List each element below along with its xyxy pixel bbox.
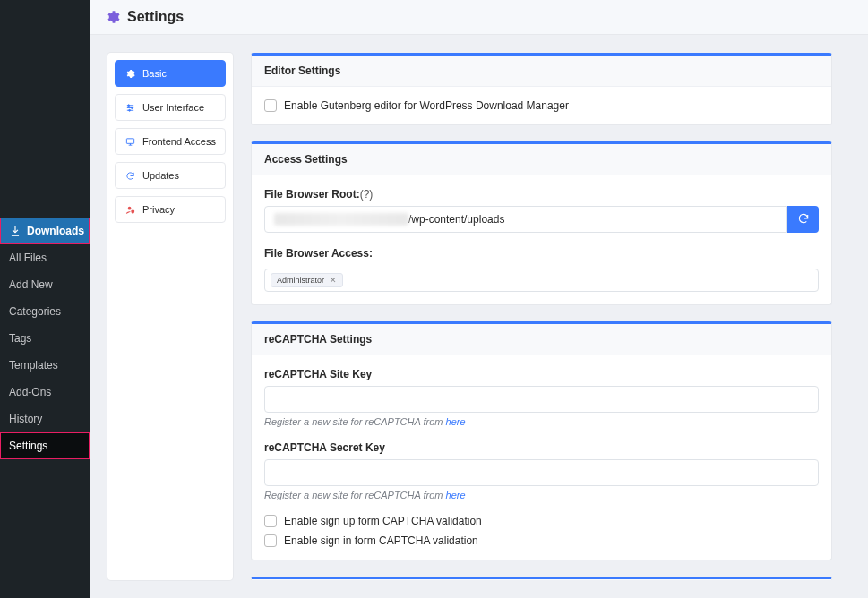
sidebar-item-categories[interactable]: Categories xyxy=(0,298,90,325)
file-root-input[interactable]: hidden /wp-content/uploads xyxy=(264,206,787,233)
file-access-select[interactable]: Administrator ✕ xyxy=(264,269,819,292)
recaptcha-hint: Register a new site for reCAPTCHA from h… xyxy=(264,490,819,500)
editor-settings-card: Editor Settings Enable Gutenberg editor … xyxy=(251,53,832,125)
recaptcha-secret-key-input[interactable] xyxy=(264,459,819,486)
recaptcha-hint: Register a new site for reCAPTCHA from h… xyxy=(264,416,819,427)
remove-icon[interactable]: ✕ xyxy=(330,276,337,285)
download-icon xyxy=(9,225,21,237)
sync-icon xyxy=(125,171,135,181)
enable-gutenberg-checkbox[interactable]: Enable Gutenberg editor for WordPress Do… xyxy=(264,99,819,112)
card-title: Editor Settings xyxy=(252,56,831,87)
refresh-button[interactable] xyxy=(787,206,819,233)
gear-icon xyxy=(125,69,135,79)
svg-rect-3 xyxy=(126,138,133,143)
sidebar-item-all-files[interactable]: All Files xyxy=(0,244,90,271)
enable-signin-captcha-checkbox[interactable]: Enable sign in form CAPTCHA validation xyxy=(264,534,819,547)
file-root-label: File Browser Root:(?) xyxy=(264,188,819,201)
tab-basic[interactable]: Basic xyxy=(115,60,226,87)
enable-signup-captcha-checkbox[interactable]: Enable sign up form CAPTCHA validation xyxy=(264,515,819,527)
tab-user-interface[interactable]: User Interface xyxy=(115,94,226,121)
sidebar-item-templates[interactable]: Templates xyxy=(0,352,90,379)
tab-updates[interactable]: Updates xyxy=(115,162,226,189)
settings-tabs: Basic User Interface Frontend Access Upd… xyxy=(107,53,233,580)
sliders-icon xyxy=(125,103,135,113)
sidebar-item-history[interactable]: History xyxy=(0,406,90,432)
recaptcha-site-key-input[interactable] xyxy=(264,386,819,413)
recaptcha-site-key-label: reCAPTCHA Site Key xyxy=(264,368,819,380)
svg-point-1 xyxy=(131,107,133,108)
svg-point-4 xyxy=(127,206,131,209)
checkbox-input[interactable] xyxy=(264,534,277,547)
tab-privacy[interactable]: Privacy xyxy=(115,196,226,223)
page-header: Settings xyxy=(90,0,868,35)
recaptcha-register-link[interactable]: here xyxy=(446,490,466,500)
card-title: reCAPTCHA Settings xyxy=(252,324,831,355)
verification-settings-card: Verification Settings Blocked IPs List I… xyxy=(251,577,832,580)
gear-icon xyxy=(106,10,120,24)
sidebar-item-add-ons[interactable]: Add-Ons xyxy=(0,379,90,406)
sidebar-item-settings[interactable]: Settings xyxy=(0,432,90,459)
sidebar-item-add-new[interactable]: Add New xyxy=(0,271,90,298)
page-title: Settings xyxy=(127,9,184,25)
access-settings-card: Access Settings File Browser Root:(?) hi… xyxy=(251,141,832,305)
blurred-path: hidden xyxy=(274,213,408,226)
card-title: Access Settings xyxy=(252,144,831,175)
recaptcha-secret-key-label: reCAPTCHA Secret Key xyxy=(264,441,819,454)
card-title: Verification Settings xyxy=(252,579,831,580)
sidebar-item-tags[interactable]: Tags xyxy=(0,325,90,352)
chevron-left-icon xyxy=(80,226,86,239)
tab-frontend-access[interactable]: Frontend Access xyxy=(115,128,226,155)
svg-point-2 xyxy=(128,109,130,111)
refresh-icon xyxy=(797,212,810,227)
desktop-icon xyxy=(125,137,135,147)
sidebar-item-downloads[interactable]: Downloads xyxy=(0,218,90,244)
checkbox-input[interactable] xyxy=(264,515,277,527)
sidebar-item-label: Downloads xyxy=(27,225,84,237)
svg-point-0 xyxy=(127,104,129,106)
user-shield-icon xyxy=(125,205,135,215)
recaptcha-settings-card: reCAPTCHA Settings reCAPTCHA Site Key Re… xyxy=(251,321,832,560)
checkbox-input[interactable] xyxy=(264,99,277,112)
recaptcha-register-link[interactable]: here xyxy=(446,416,466,427)
file-access-label: File Browser Access: xyxy=(264,247,819,260)
role-token[interactable]: Administrator ✕ xyxy=(271,273,343,287)
